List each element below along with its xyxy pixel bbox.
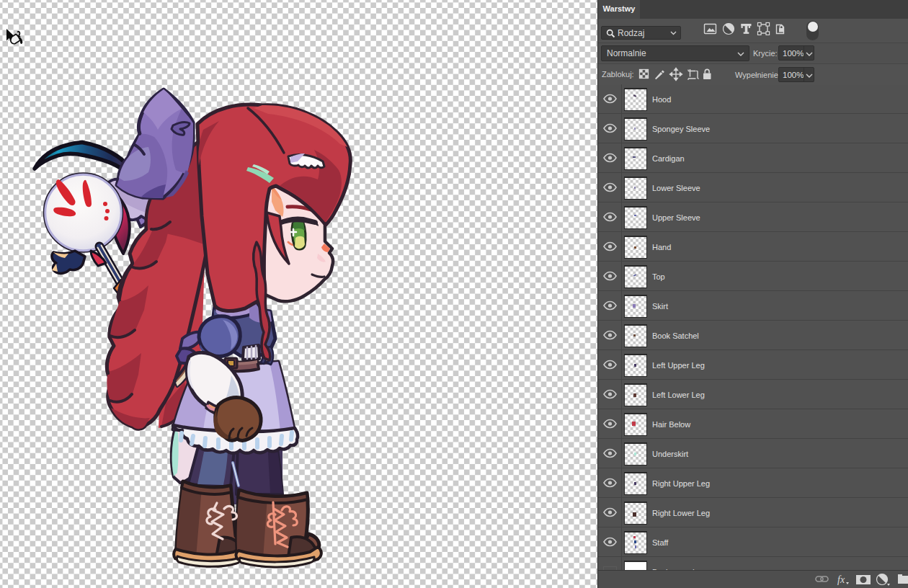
svg-text:fx: fx — [837, 574, 845, 585]
